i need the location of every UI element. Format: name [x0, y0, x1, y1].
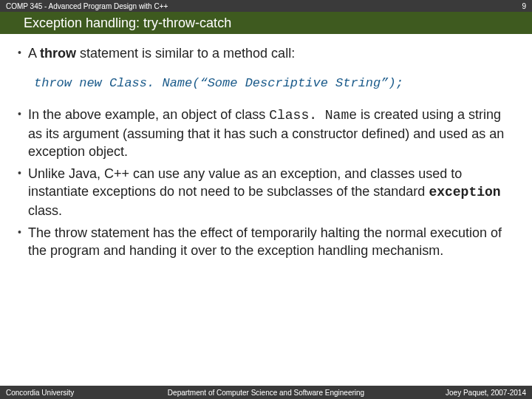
bullet-text: A throw statement is similar to a method… [28, 44, 514, 62]
page-number: 9 [522, 2, 526, 10]
slide-content: • A throw statement is similar to a meth… [0, 34, 532, 386]
footer-center: Department of Computer Science and Softw… [136, 389, 396, 397]
bullet-text: Unlike Java, C++ can use any value as an… [28, 165, 514, 219]
bullet-1: • In the above example, an object of cla… [18, 106, 514, 160]
code-example: throw new Class. Name(“Some Descriptive … [34, 75, 514, 92]
text-fragment: Unlike Java, C++ can use any value as an… [28, 166, 462, 199]
bullet-dot-icon: • [18, 165, 28, 219]
footer-right: Joey Paquet, 2007-2014 [396, 389, 526, 397]
slide-title: Exception handling: try-throw-catch [24, 16, 231, 31]
course-label: COMP 345 - Advanced Program Design with … [6, 2, 526, 10]
text-fragment: class. [28, 203, 62, 218]
bullet-intro: • A throw statement is similar to a meth… [18, 44, 514, 62]
bullet-text: In the above example, an object of class… [28, 106, 514, 160]
keyword-throw: throw [40, 46, 76, 61]
bullet-2: • Unlike Java, C++ can use any value as … [18, 165, 514, 219]
bullet-dot-icon: • [18, 106, 28, 160]
bullet-dot-icon: • [18, 224, 28, 260]
text-fragment: statement is similar to a method call: [76, 46, 295, 61]
bullet-dot-icon: • [18, 44, 28, 62]
text-fragment: In the above example, an object of class [28, 107, 269, 122]
bullet-text: The throw statement has the effect of te… [28, 224, 514, 260]
slide-title-bar: Exception handling: try-throw-catch [0, 12, 532, 34]
class-name-inline: Class. Name [269, 108, 357, 123]
footer-left: Concordia University [6, 389, 136, 397]
top-bar: COMP 345 - Advanced Program Design with … [0, 0, 532, 12]
bottom-bar: Concordia University Department of Compu… [0, 386, 532, 399]
slide: COMP 345 - Advanced Program Design with … [0, 0, 532, 399]
keyword-exception: exception [429, 185, 500, 200]
bullet-3: • The throw statement has the effect of … [18, 224, 514, 260]
text-fragment: A [28, 46, 40, 61]
